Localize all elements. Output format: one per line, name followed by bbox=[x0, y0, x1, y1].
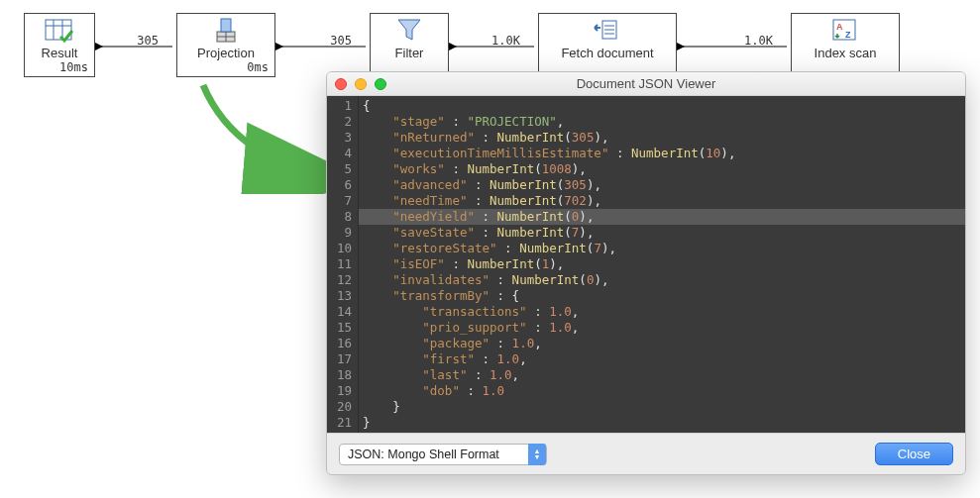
connector: 305 bbox=[275, 34, 370, 57]
code-line[interactable]: "transformBy" : { bbox=[359, 288, 965, 304]
code-viewer[interactable]: 123456789101112131415161718192021 { "sta… bbox=[327, 96, 965, 433]
result-icon bbox=[45, 18, 74, 44]
stage-result[interactable]: Result 10ms bbox=[24, 13, 95, 77]
code-line[interactable]: } bbox=[359, 399, 965, 415]
code-line[interactable]: "invalidates" : NumberInt(0), bbox=[359, 272, 965, 288]
code-line[interactable]: "package" : 1.0, bbox=[359, 336, 965, 351]
json-viewer-dialog: Document JSON Viewer 1234567891011121314… bbox=[326, 71, 966, 475]
dialog-title: Document JSON Viewer bbox=[327, 76, 965, 91]
stage-fetch[interactable]: Fetch document . bbox=[538, 13, 677, 77]
stage-filter[interactable]: Filter . bbox=[370, 13, 449, 77]
code-line[interactable]: "prio_support" : 1.0, bbox=[359, 320, 965, 336]
code-lines[interactable]: { "stage" : "PROJECTION", "nReturned" : … bbox=[359, 96, 965, 433]
code-line[interactable]: "isEOF" : NumberInt(1), bbox=[359, 256, 965, 272]
code-line[interactable]: } bbox=[359, 415, 965, 431]
code-line[interactable]: "saveState" : NumberInt(7), bbox=[359, 225, 965, 241]
stage-label: Index scan bbox=[815, 46, 877, 60]
format-select-label: JSON: Mongo Shell Format bbox=[348, 448, 528, 461]
code-line[interactable]: "stage" : "PROJECTION", bbox=[359, 114, 965, 130]
code-line[interactable]: "restoreState" : NumberInt(7), bbox=[359, 241, 965, 256]
stage-label: Filter bbox=[395, 46, 424, 60]
code-line[interactable]: "first" : 1.0, bbox=[359, 351, 965, 367]
stage-index-scan[interactable]: AZ Index scan . bbox=[791, 13, 900, 77]
code-line[interactable]: "nReturned" : NumberInt(305), bbox=[359, 130, 965, 146]
code-line[interactable]: "transactions" : 1.0, bbox=[359, 304, 965, 320]
stage-timing: 0ms bbox=[247, 60, 269, 74]
stage-timing: 10ms bbox=[59, 60, 88, 74]
dialog-titlebar[interactable]: Document JSON Viewer bbox=[327, 72, 965, 96]
connector: 305 bbox=[95, 34, 176, 57]
code-line[interactable]: "needYield" : NumberInt(0), bbox=[359, 209, 965, 225]
projection-icon bbox=[211, 18, 241, 44]
code-line[interactable]: "last" : 1.0, bbox=[359, 367, 965, 383]
svg-text:Z: Z bbox=[845, 30, 851, 40]
stage-projection[interactable]: Projection 0ms bbox=[176, 13, 275, 77]
index-scan-icon: AZ bbox=[831, 18, 859, 44]
connector: 1.0K bbox=[449, 34, 538, 57]
stage-label: Result bbox=[42, 46, 78, 60]
svg-text:A: A bbox=[836, 22, 843, 32]
close-button[interactable]: Close bbox=[875, 443, 953, 465]
chevron-updown-icon: ▲▼ bbox=[528, 444, 546, 465]
stage-label: Projection bbox=[197, 46, 255, 60]
fetch-icon bbox=[591, 18, 624, 44]
stage-label: Fetch document bbox=[561, 46, 653, 60]
svg-rect-6 bbox=[221, 19, 231, 32]
line-number-gutter: 123456789101112131415161718192021 bbox=[327, 96, 359, 433]
code-line[interactable]: "advanced" : NumberInt(305), bbox=[359, 177, 965, 193]
connector: 1.0K bbox=[677, 34, 791, 57]
dialog-footer: JSON: Mongo Shell Format ▲▼ Close bbox=[327, 433, 965, 474]
code-line[interactable]: { bbox=[359, 98, 965, 114]
code-line[interactable]: "works" : NumberInt(1008), bbox=[359, 161, 965, 177]
code-line[interactable]: "needTime" : NumberInt(702), bbox=[359, 193, 965, 209]
format-select[interactable]: JSON: Mongo Shell Format ▲▼ bbox=[339, 444, 547, 465]
code-line[interactable]: "executionTimeMillisEstimate" : NumberIn… bbox=[359, 146, 965, 161]
filter-icon bbox=[396, 18, 422, 44]
code-line[interactable]: "dob" : 1.0 bbox=[359, 383, 965, 399]
